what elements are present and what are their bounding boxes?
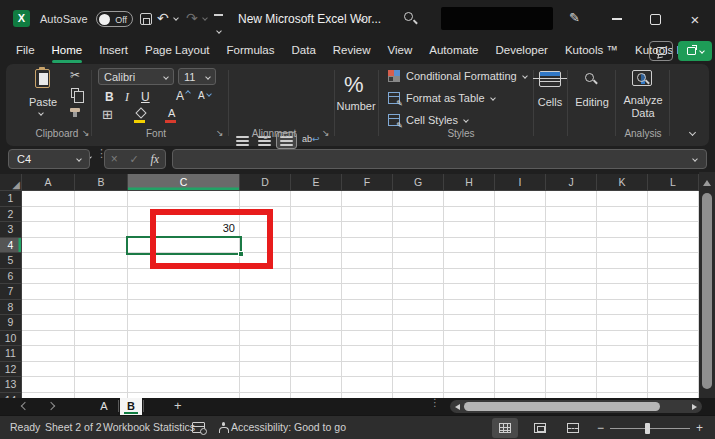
cell-D6[interactable] <box>240 269 291 285</box>
font-size-select[interactable]: 11 <box>178 68 216 85</box>
cell-K1[interactable] <box>597 191 648 207</box>
cell-H9[interactable] <box>444 315 495 331</box>
add-sheet-button[interactable]: + <box>174 398 182 414</box>
ribbon-collapse-chevron-icon[interactable] <box>689 129 696 136</box>
cell-L4[interactable] <box>648 238 699 254</box>
cell-E13[interactable] <box>291 377 342 393</box>
cell-C1[interactable] <box>128 191 240 207</box>
cell-G1[interactable] <box>393 191 444 207</box>
cell-L11[interactable] <box>648 346 699 362</box>
cell-L9[interactable] <box>648 315 699 331</box>
cell-J3[interactable] <box>546 222 597 238</box>
cell-I7[interactable] <box>495 284 546 300</box>
save-icon[interactable] <box>140 13 152 25</box>
cell-G11[interactable] <box>393 346 444 362</box>
tab-bar-options-icon[interactable]: ⋮ <box>430 400 440 405</box>
row-header-1[interactable]: 1 <box>0 191 22 207</box>
cell-J8[interactable] <box>546 300 597 316</box>
excel-app-icon[interactable]: X <box>13 10 30 27</box>
normal-view-button[interactable] <box>492 418 518 438</box>
cell-D9[interactable] <box>240 315 291 331</box>
cell-E8[interactable] <box>291 300 342 316</box>
cell-F11[interactable] <box>342 346 393 362</box>
cell-H8[interactable] <box>444 300 495 316</box>
cell-F10[interactable] <box>342 331 393 347</box>
cell-B4[interactable] <box>75 238 128 254</box>
cell-L10[interactable] <box>648 331 699 347</box>
cell-G9[interactable] <box>393 315 444 331</box>
cell-E3[interactable] <box>291 222 342 238</box>
cell-E12[interactable] <box>291 362 342 378</box>
cell-G3[interactable] <box>393 222 444 238</box>
decrease-font-size-button[interactable]: A <box>198 90 205 101</box>
zoom-slider-track[interactable] <box>610 428 690 430</box>
cell-A8[interactable] <box>22 300 75 316</box>
cell-F6[interactable] <box>342 269 393 285</box>
cell-C10[interactable] <box>128 331 240 347</box>
cell-B1[interactable] <box>75 191 128 207</box>
scroll-left-arrow-icon[interactable] <box>455 404 460 410</box>
column-header-B[interactable]: B <box>75 174 128 191</box>
name-box[interactable]: C4 <box>8 149 90 169</box>
cell-L2[interactable] <box>648 207 699 223</box>
tab-automate[interactable]: Automate <box>429 38 478 64</box>
cell-K6[interactable] <box>597 269 648 285</box>
tab-insert[interactable]: Insert <box>99 38 128 64</box>
row-header-11[interactable]: 11 <box>0 346 22 362</box>
cell-B6[interactable] <box>75 269 128 285</box>
cell-E2[interactable] <box>291 207 342 223</box>
maximize-button[interactable] <box>638 0 672 38</box>
minimize-button[interactable] <box>600 0 634 38</box>
cell-C11[interactable] <box>128 346 240 362</box>
macro-record-icon[interactable] <box>192 422 205 433</box>
cell-B12[interactable] <box>75 362 128 378</box>
cell-G5[interactable] <box>393 253 444 269</box>
horizontal-scrollbar-thumb[interactable] <box>464 402 660 411</box>
cell-A7[interactable] <box>22 284 75 300</box>
scroll-up-arrow-icon[interactable] <box>703 180 711 186</box>
cell-D1[interactable] <box>240 191 291 207</box>
column-header-D[interactable]: D <box>240 174 291 191</box>
vertical-scrollbar[interactable] <box>699 172 715 398</box>
copy-icon[interactable] <box>71 88 79 98</box>
cell-K2[interactable] <box>597 207 648 223</box>
cell-B3[interactable] <box>75 222 128 238</box>
cell-E6[interactable] <box>291 269 342 285</box>
cell-J12[interactable] <box>546 362 597 378</box>
fill-color-icon[interactable] <box>135 107 146 118</box>
cell-F1[interactable] <box>342 191 393 207</box>
cell-H1[interactable] <box>444 191 495 207</box>
cell-J7[interactable] <box>546 284 597 300</box>
row-header-5[interactable]: 5 <box>0 253 22 269</box>
font-family-select[interactable]: Calibri <box>98 68 174 85</box>
cell-H3[interactable] <box>444 222 495 238</box>
row-header-7[interactable]: 7 <box>0 284 22 300</box>
cell-B5[interactable] <box>75 253 128 269</box>
column-header-I[interactable]: I <box>495 174 546 191</box>
cell-L3[interactable] <box>648 222 699 238</box>
cell-H7[interactable] <box>444 284 495 300</box>
cell-K11[interactable] <box>597 346 648 362</box>
cell-G8[interactable] <box>393 300 444 316</box>
undo-dropdown-chevron-icon[interactable] <box>173 15 179 21</box>
cell-B8[interactable] <box>75 300 128 316</box>
column-header-E[interactable]: E <box>291 174 342 191</box>
cell-E4[interactable] <box>291 238 342 254</box>
tab-home[interactable]: Home <box>52 38 83 64</box>
cell-G13[interactable] <box>393 377 444 393</box>
column-header-K[interactable]: K <box>597 174 648 191</box>
customize-quick-access-icon[interactable] <box>214 14 223 37</box>
next-sheet-arrow-icon[interactable] <box>47 402 55 410</box>
cell-J4[interactable] <box>546 238 597 254</box>
cell-H6[interactable] <box>444 269 495 285</box>
cell-A11[interactable] <box>22 346 75 362</box>
accessibility-status[interactable]: Accessibility: Good to go <box>231 421 346 433</box>
cell-styles-button[interactable]: Cell Styles <box>388 112 468 128</box>
formula-input[interactable] <box>172 149 707 169</box>
column-header-L[interactable]: L <box>648 174 699 191</box>
cell-I8[interactable] <box>495 300 546 316</box>
cell-B9[interactable] <box>75 315 128 331</box>
cell-L6[interactable] <box>648 269 699 285</box>
sheet-tab-a[interactable]: A <box>92 398 116 415</box>
cell-I13[interactable] <box>495 377 546 393</box>
